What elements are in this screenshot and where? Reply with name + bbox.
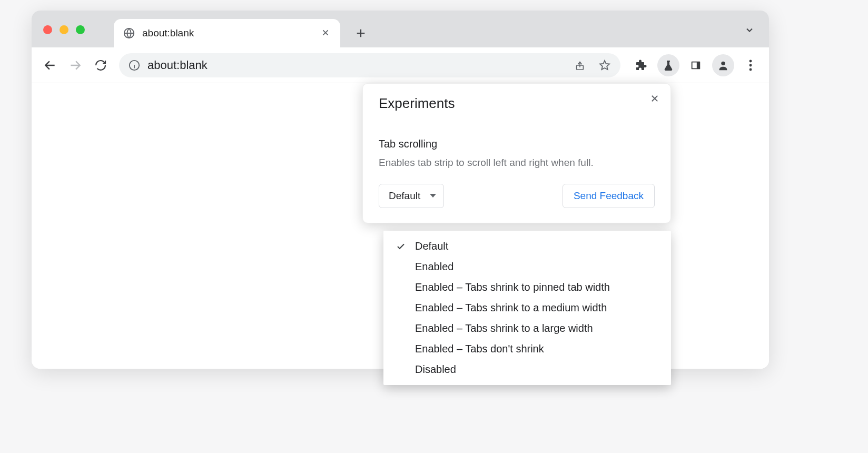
check-icon — [395, 261, 407, 273]
dropdown-option[interactable]: Enabled — [383, 257, 671, 277]
experiment-name: Tab scrolling — [379, 138, 655, 150]
address-bar[interactable]: about:blank — [119, 53, 620, 77]
check-icon — [395, 302, 407, 314]
dropdown-option[interactable]: Enabled – Tabs shrink to a large width — [383, 318, 671, 339]
tab-strip: about:blank — [32, 11, 769, 47]
globe-icon — [123, 27, 135, 39]
tab-search-button[interactable] — [742, 22, 757, 38]
dropdown-option-label: Enabled – Tabs don't shrink — [415, 343, 659, 355]
back-button[interactable] — [39, 54, 61, 76]
browser-window: about:blank about:blank — [32, 11, 769, 369]
check-icon — [395, 282, 407, 293]
url-text: about:blank — [147, 58, 567, 72]
reload-button[interactable] — [90, 54, 112, 76]
dropdown-option-label: Disabled — [415, 363, 659, 376]
dropdown-selected-label: Default — [389, 190, 420, 202]
dropdown-option[interactable]: Enabled – Tabs shrink to pinned tab widt… — [383, 277, 671, 298]
dropdown-option-label: Default — [415, 240, 659, 252]
dropdown-option-label: Enabled – Tabs shrink to pinned tab widt… — [415, 281, 659, 293]
dropdown-option-label: Enabled – Tabs shrink to a large width — [415, 322, 659, 334]
svg-rect-4 — [693, 62, 697, 68]
feedback-label: Send Feedback — [574, 190, 644, 202]
popover-title: Experiments — [379, 95, 655, 112]
experiment-description: Enables tab strip to scroll left and rig… — [379, 155, 655, 170]
extensions-button[interactable] — [630, 54, 652, 76]
tab-title: about:blank — [142, 27, 314, 39]
dropdown-option[interactable]: Enabled – Tabs shrink to a medium width — [383, 298, 671, 318]
dropdown-option[interactable]: Enabled – Tabs don't shrink — [383, 339, 671, 359]
svg-point-5 — [721, 61, 725, 65]
window-minimize-button[interactable] — [60, 25, 68, 34]
dropdown-option-label: Enabled – Tabs shrink to a medium width — [415, 302, 659, 314]
check-icon — [395, 323, 407, 334]
browser-tab[interactable]: about:blank — [114, 19, 340, 47]
check-icon — [395, 343, 407, 355]
dropdown-option[interactable]: Default — [383, 236, 671, 257]
window-controls — [43, 25, 85, 34]
popover-close-button[interactable] — [647, 91, 662, 106]
experiments-popover: Experiments Tab scrolling Enables tab st… — [362, 83, 671, 223]
experiments-button[interactable] — [657, 54, 679, 76]
svg-point-6 — [749, 60, 752, 62]
toolbar: about:blank — [32, 47, 769, 83]
tab-close-button[interactable] — [321, 28, 331, 38]
caret-down-icon — [430, 194, 436, 198]
experiment-dropdown[interactable]: Default — [379, 184, 444, 208]
dropdown-option-label: Enabled — [415, 261, 659, 273]
site-info-icon[interactable] — [129, 60, 140, 71]
menu-button[interactable] — [739, 54, 762, 76]
check-icon — [395, 241, 407, 252]
new-tab-button[interactable] — [350, 22, 372, 44]
share-button[interactable] — [574, 60, 586, 71]
profile-button[interactable] — [712, 54, 734, 76]
experiment-dropdown-menu: DefaultEnabledEnabled – Tabs shrink to p… — [383, 231, 671, 385]
svg-point-7 — [749, 64, 752, 66]
window-fullscreen-button[interactable] — [76, 25, 85, 34]
window-close-button[interactable] — [43, 25, 52, 34]
send-feedback-button[interactable]: Send Feedback — [563, 184, 655, 208]
svg-point-8 — [749, 68, 752, 71]
bookmark-button[interactable] — [598, 59, 611, 72]
dropdown-option[interactable]: Disabled — [383, 359, 671, 380]
side-panel-button[interactable] — [685, 54, 707, 76]
check-icon — [395, 364, 407, 376]
forward-button[interactable] — [64, 54, 86, 76]
